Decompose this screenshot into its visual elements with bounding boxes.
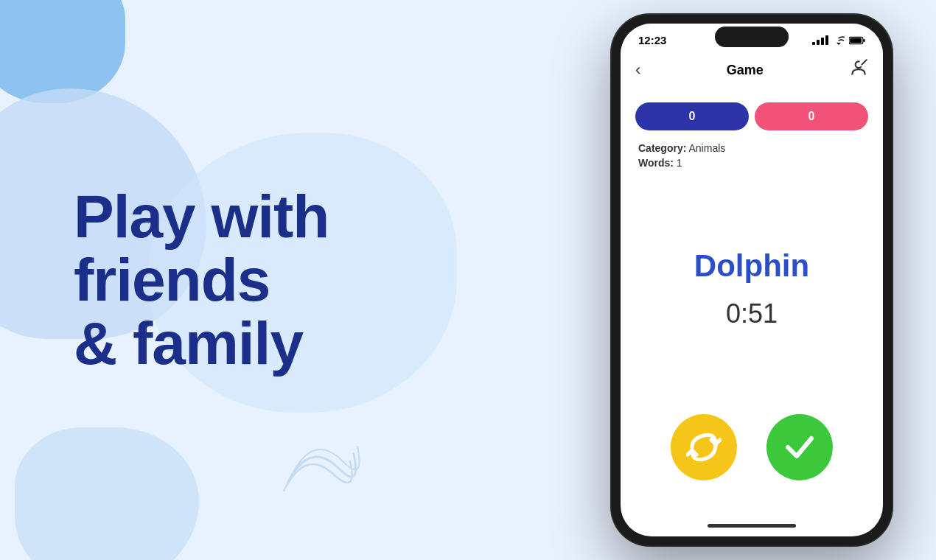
category-row: Category: Animals: [638, 142, 865, 154]
skip-button[interactable]: [671, 414, 737, 480]
phone-mockup: 12:23: [612, 15, 892, 545]
action-buttons: [635, 399, 868, 503]
category-label: Category:: [638, 142, 686, 154]
player1-score[interactable]: 0: [635, 102, 749, 130]
status-icons: [812, 35, 865, 45]
hero-line1: Play with: [74, 183, 329, 250]
status-time: 12:23: [638, 34, 666, 46]
svg-rect-2: [863, 39, 865, 42]
game-info: Category: Animals Words: 1: [635, 142, 868, 172]
blob-bottom-left: [15, 427, 199, 560]
nav-bar: ‹ Game: [621, 52, 883, 91]
player2-score[interactable]: 0: [755, 102, 868, 130]
hero-line2: friends: [74, 246, 270, 313]
notch: [715, 27, 789, 47]
timer: 0:51: [726, 298, 778, 329]
signal-icon: [812, 35, 828, 45]
game-content: 0 0 Category: Animals Words: 1 D: [621, 91, 883, 514]
user-icon[interactable]: [849, 58, 868, 82]
words-label: Words:: [638, 157, 674, 169]
correct-button[interactable]: [766, 414, 833, 480]
nav-title: Game: [727, 63, 764, 78]
hero-text: Play with friends & family: [74, 185, 329, 375]
hero-section: Play with friends & family: [74, 185, 329, 375]
wifi-icon: [833, 36, 845, 45]
current-word: Dolphin: [694, 248, 809, 284]
decorative-lines: [280, 424, 369, 501]
home-indicator: [621, 514, 883, 536]
skip-icon: [686, 430, 722, 465]
status-bar: 12:23: [621, 24, 883, 52]
score-row: 0 0: [635, 102, 868, 130]
phone-screen: 12:23: [621, 24, 883, 536]
battery-icon: [849, 36, 865, 45]
category-value: Animals: [688, 142, 725, 154]
words-value: 1: [677, 157, 682, 169]
word-area: Dolphin 0:51: [635, 178, 868, 399]
home-bar: [708, 524, 796, 528]
words-row: Words: 1: [638, 157, 865, 169]
back-button[interactable]: ‹: [635, 60, 640, 80]
phone-frame: 12:23: [612, 15, 892, 545]
svg-rect-1: [850, 38, 862, 43]
hero-line3: & family: [74, 309, 303, 377]
blob-top-left: [0, 0, 125, 103]
check-icon: [782, 430, 817, 465]
